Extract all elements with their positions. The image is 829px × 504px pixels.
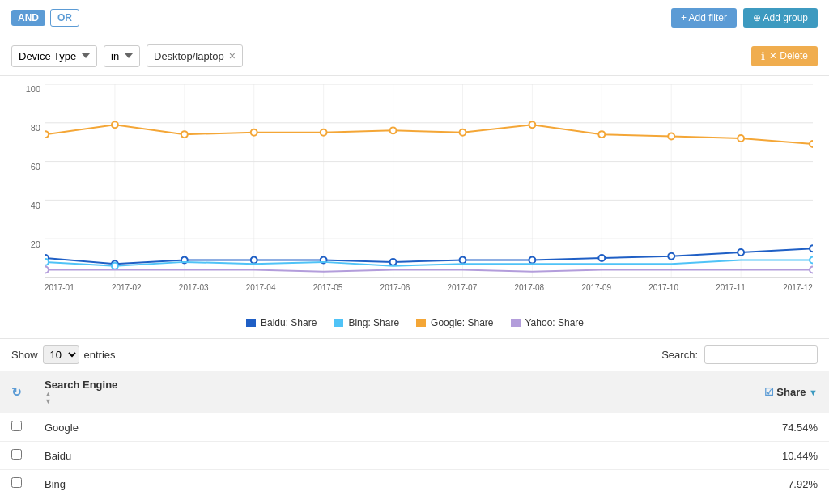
yahoo-dot (45, 266, 49, 273)
sort-arrows-engine: ▲ ▼ (45, 391, 465, 405)
table-header-row: ↻ Search Engine ▲ ▼ ☑ Share ▼ (0, 371, 829, 413)
table-row: Bing 7.92% (0, 470, 829, 498)
google-dot (181, 131, 188, 138)
yahoo-legend-box (510, 317, 521, 328)
google-dot (321, 129, 327, 136)
search-input[interactable] (704, 345, 818, 364)
row-checkbox[interactable] (11, 421, 22, 431)
row-checkbox[interactable] (11, 477, 22, 488)
google-dot (390, 127, 397, 133)
row-engine: Baidu (33, 442, 476, 470)
legend-yahoo: Yahoo: Share (510, 317, 585, 328)
y-label-60: 60 (31, 162, 40, 172)
table-row: Google 74.54% (0, 413, 829, 442)
baidu-legend-label: Baidu: Share (261, 317, 317, 328)
google-dot (45, 131, 49, 138)
chart-area: 100 80 60 40 20 (0, 76, 829, 338)
baidu-dot (810, 245, 813, 252)
filter-tag-label: Desktop/laptop (154, 50, 224, 62)
row-checkbox-cell (0, 470, 33, 498)
entries-select[interactable]: 10 (43, 345, 79, 364)
x-label-apr: 2017-04 (246, 283, 276, 292)
data-table: ↻ Search Engine ▲ ▼ ☑ Share ▼ Google 74.… (0, 371, 829, 498)
operator-select[interactable]: in (104, 45, 140, 67)
baidu-dot (738, 249, 744, 256)
google-dot (529, 121, 535, 128)
legend-google: Google: Share (415, 317, 493, 328)
filter-bar: Device Type in Desktop/laptop × ℹ ✕ Dele… (0, 36, 829, 76)
th-share-label: Share (776, 386, 806, 398)
baidu-dot (529, 257, 535, 264)
row-engine: Bing (33, 470, 476, 498)
th-search-engine[interactable]: Search Engine ▲ ▼ (33, 371, 476, 413)
row-checkbox-cell (0, 442, 33, 470)
x-label-feb: 2017-02 (112, 283, 142, 292)
google-line (45, 125, 813, 144)
or-button[interactable]: OR (50, 9, 79, 27)
action-buttons: + Add filter ⊕ Add group (671, 8, 818, 28)
x-label-dec: 2017-12 (783, 283, 813, 292)
row-share: 74.54% (476, 413, 829, 442)
baidu-legend-box (245, 317, 257, 328)
y-axis: 100 80 60 40 20 (16, 84, 45, 278)
filter-tag: Desktop/laptop × (147, 44, 243, 67)
search-area: Search: (661, 345, 818, 364)
x-label-may: 2017-05 (313, 283, 343, 292)
bing-dot (112, 263, 118, 269)
baidu-dot (598, 255, 605, 261)
top-bar: AND OR + Add filter ⊕ Add group (0, 0, 829, 36)
baidu-dot (460, 257, 466, 264)
row-checkbox[interactable] (11, 449, 22, 460)
chart-svg (45, 84, 813, 277)
row-share: 7.92% (476, 470, 829, 498)
google-dot (738, 135, 744, 142)
x-label-jul: 2017-07 (448, 283, 478, 292)
x-label-sep: 2017-09 (581, 283, 611, 292)
sort-down-icon: ▼ (809, 388, 818, 397)
google-dot (112, 121, 118, 128)
google-legend-box (415, 317, 427, 328)
x-label-jun: 2017-06 (380, 283, 410, 292)
table-row: Baidu 10.44% (0, 442, 829, 470)
th-search-engine-label: Search Engine (45, 379, 117, 391)
yahoo-legend-label: Yahoo: Share (525, 317, 585, 328)
baidu-dot (390, 259, 397, 265)
baidu-dot (251, 257, 257, 264)
legend-baidu: Baidu: Share (245, 317, 317, 328)
delete-button[interactable]: ℹ ✕ Delete (751, 46, 818, 66)
and-button[interactable]: AND (11, 10, 45, 26)
google-dot (598, 131, 605, 138)
x-label-mar: 2017-03 (179, 283, 209, 292)
x-label-oct: 2017-10 (648, 283, 678, 292)
refresh-icon[interactable]: ↻ (11, 385, 22, 399)
google-legend-label: Google: Share (431, 317, 493, 328)
legend-bing: Bing: Share (333, 317, 399, 328)
device-type-select[interactable]: Device Type (11, 45, 97, 67)
th-share[interactable]: ☑ Share ▼ (476, 371, 829, 413)
svg-rect-18 (416, 319, 426, 327)
show-entries: Show 10 entries (11, 345, 116, 364)
bing-dot (810, 257, 813, 264)
chart-legend: Baidu: Share Bing: Share Google: Share Y… (16, 311, 813, 338)
th-checkbox: ↻ (0, 371, 33, 413)
x-label-jan: 2017-01 (45, 283, 74, 292)
add-group-button[interactable]: ⊕ Add group (743, 8, 818, 28)
google-dot (251, 129, 257, 136)
y-label-80: 80 (31, 123, 40, 133)
row-engine: Google (33, 413, 476, 442)
logic-buttons: AND OR (11, 9, 79, 27)
entries-label: entries (84, 349, 116, 361)
baidu-line (45, 248, 813, 264)
bing-legend-box (333, 317, 344, 328)
info-icon: ℹ (761, 50, 765, 62)
row-share: 10.44% (476, 442, 829, 470)
add-filter-button[interactable]: + Add filter (671, 8, 737, 28)
svg-rect-19 (511, 319, 521, 327)
svg-rect-16 (246, 319, 256, 327)
filter-tag-remove[interactable]: × (229, 49, 236, 62)
svg-rect-17 (334, 319, 343, 327)
google-dot (460, 129, 466, 136)
check-icon: ☑ (764, 386, 774, 398)
chart-container: 100 80 60 40 20 (16, 84, 813, 311)
y-label-100: 100 (26, 84, 40, 94)
